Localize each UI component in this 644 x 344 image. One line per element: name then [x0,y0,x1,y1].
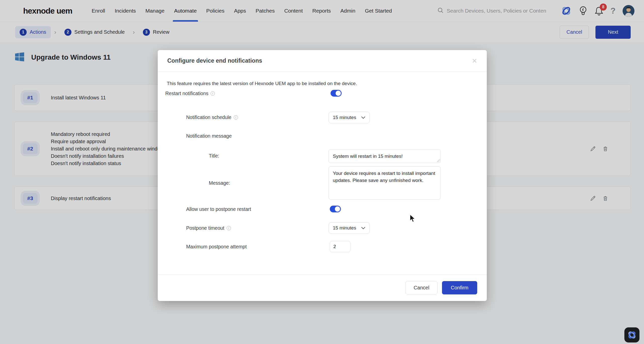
label-text: Allow user to postpone restart [186,206,251,212]
label-text: Message: [209,180,230,186]
modal-body: This feature requires the latest version… [158,72,487,274]
title-textarea-wrap: System will restart in 15 minutes! [329,149,441,163]
close-icon[interactable]: ✕ [472,58,477,64]
toggle-knob [336,91,341,96]
modal-header: Configure device end notifications ✕ [158,50,487,72]
label-text: Maximum postpone attempt [186,244,247,250]
message-textarea[interactable]: Your device requires a restart to instal… [329,167,440,199]
notification-schedule-select[interactable]: 15 minutes [329,112,370,123]
selected-value: 15 minutes [333,225,356,231]
notification-message-label: Notification message [186,133,232,139]
allow-postpone-toggle[interactable] [330,206,341,212]
info-icon[interactable]: i [227,226,231,230]
info-icon[interactable]: i [234,115,238,120]
restart-notifications-label: Restart notifications i [165,91,215,96]
label-text: Notification message [186,133,232,139]
modal-confirm-button[interactable]: Confirm [442,281,477,294]
title-textarea[interactable]: System will restart in 15 minutes! [329,149,440,163]
message-field-label: Message: [209,180,230,186]
title-field-label: Title: [209,153,219,159]
chevron-down-icon [361,116,366,119]
chevron-down-icon [361,226,366,230]
modal-intro-text: This feature requires the latest version… [167,81,357,86]
configure-notifications-modal: Configure device end notifications ✕ Thi… [158,50,487,301]
max-postpone-label: Maximum postpone attempt [186,244,247,250]
label-text: Postpone timeout [186,225,224,231]
postpone-timeout-select[interactable]: 15 minutes [329,222,370,234]
selected-value: 15 minutes [333,115,356,120]
modal-cancel-button[interactable]: Cancel [406,281,437,294]
message-textarea-wrap: Your device requires a restart to instal… [329,166,441,200]
allow-postpone-label: Allow user to postpone restart [186,206,251,212]
postpone-timeout-label: Postpone timeout i [186,225,231,231]
label-text: Notification schedule [186,114,231,120]
hexnode-knot-icon [627,330,637,340]
toggle-knob [335,206,340,212]
info-icon[interactable]: i [211,91,215,96]
hexnode-assistant-widget[interactable] [624,327,639,342]
notification-schedule-label: Notification schedule i [186,114,238,120]
label-text: Title: [209,153,219,159]
modal-footer: Cancel Confirm [158,274,487,301]
label-text: Restart notifications [165,91,208,96]
modal-title: Configure device end notifications [167,57,262,64]
max-postpone-input[interactable] [330,241,350,252]
restart-notifications-toggle[interactable] [331,90,342,97]
